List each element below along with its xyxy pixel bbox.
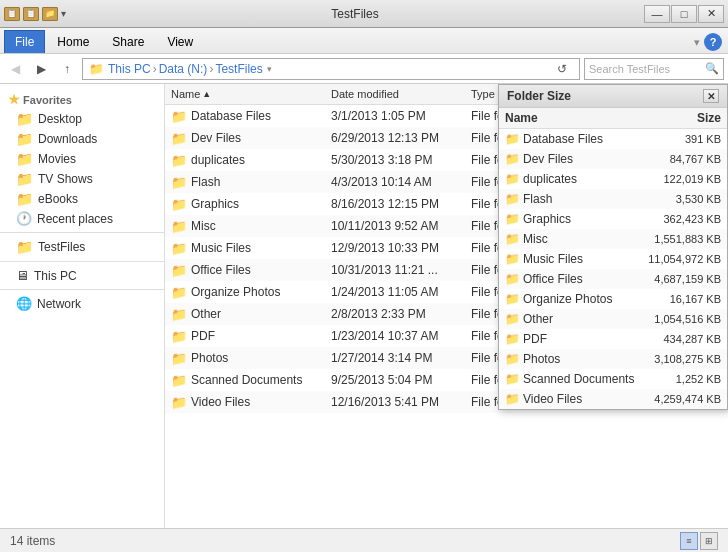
file-name-cell: 📁 Office Files: [165, 262, 325, 279]
minimize-button[interactable]: —: [644, 5, 670, 23]
sidebar-item-downloads[interactable]: 📁 Downloads: [0, 129, 164, 149]
toolbar-icons: 📋 📋 📁 ▾: [4, 7, 66, 21]
quick-access-icon-2[interactable]: 📋: [23, 7, 39, 21]
list-item[interactable]: 📁 Misc 1,551,883 KB: [499, 229, 727, 249]
sidebar-item-desktop[interactable]: 📁 Desktop: [0, 109, 164, 129]
quick-access-icon-1[interactable]: 📋: [4, 7, 20, 21]
popup-folder-name: 📁 PDF: [505, 332, 641, 346]
sidebar-item-thispc[interactable]: 🖥 This PC: [0, 266, 164, 285]
tab-file[interactable]: File: [4, 30, 45, 53]
window-title: TestFiles: [66, 7, 644, 21]
list-item[interactable]: 📁 Video Files 4,259,474 KB: [499, 389, 727, 409]
popup-folder-name: 📁 Office Files: [505, 272, 641, 286]
col-header-date[interactable]: Date modified: [325, 86, 465, 102]
movies-folder-icon: 📁: [16, 151, 33, 167]
title-bar-left: 📋 📋 📁 ▾: [4, 7, 66, 21]
list-item[interactable]: 📁 Database Files 391 KB: [499, 129, 727, 149]
back-button[interactable]: ◀: [4, 58, 26, 80]
popup-folder-size: 4,687,159 KB: [641, 273, 721, 285]
file-date-cell: 12/16/2013 5:41 PM: [325, 394, 465, 410]
sidebar-item-recent[interactable]: 🕐 Recent places: [0, 209, 164, 228]
close-button[interactable]: ✕: [698, 5, 724, 23]
maximize-button[interactable]: □: [671, 5, 697, 23]
ribbon-collapse-button[interactable]: ▾: [694, 36, 700, 49]
popup-folder-size: 1,054,516 KB: [641, 313, 721, 325]
popup-folder-icon: 📁: [505, 192, 520, 206]
file-name-cell: 📁 duplicates: [165, 152, 325, 169]
list-item[interactable]: 📁 Dev Files 84,767 KB: [499, 149, 727, 169]
address-field[interactable]: 📁 This PC › Data (N:) › TestFiles ▾ ↺: [82, 58, 580, 80]
up-button[interactable]: ↑: [56, 58, 78, 80]
file-date-cell: 4/3/2013 10:14 AM: [325, 174, 465, 190]
popup-close-button[interactable]: ✕: [703, 89, 719, 103]
popup-folder-size: 1,252 KB: [641, 373, 721, 385]
popup-folder-size: 11,054,972 KB: [641, 253, 721, 265]
list-item[interactable]: 📁 Other 1,054,516 KB: [499, 309, 727, 329]
tab-share[interactable]: Share: [101, 30, 155, 53]
list-item[interactable]: 📁 duplicates 122,019 KB: [499, 169, 727, 189]
address-bar: ◀ ▶ ↑ 📁 This PC › Data (N:) › TestFiles …: [0, 54, 728, 84]
quick-access-folder-icon[interactable]: 📁: [42, 7, 58, 21]
file-name-cell: 📁 Video Files: [165, 394, 325, 411]
popup-title-bar: Folder Size ✕: [499, 85, 727, 108]
col-header-name[interactable]: Name ▲: [165, 86, 325, 102]
sidebar-label-ebooks: eBooks: [38, 192, 78, 206]
downloads-folder-icon: 📁: [16, 131, 33, 147]
help-button[interactable]: ?: [704, 33, 722, 51]
title-bar: 📋 📋 📁 ▾ TestFiles — □ ✕: [0, 0, 728, 28]
sidebar-item-network[interactable]: 🌐 Network: [0, 294, 164, 313]
file-name-cell: 📁 Photos: [165, 350, 325, 367]
address-dropdown-icon: ▾: [267, 64, 272, 74]
file-name-cell: 📁 Music Files: [165, 240, 325, 257]
sidebar: ★ Favorites 📁 Desktop 📁 Downloads 📁 Movi…: [0, 84, 165, 528]
file-date-cell: 1/23/2014 10:37 AM: [325, 328, 465, 344]
list-item[interactable]: 📁 Flash 3,530 KB: [499, 189, 727, 209]
file-name: Flash: [191, 175, 220, 189]
list-item[interactable]: 📁 Organize Photos 16,167 KB: [499, 289, 727, 309]
sidebar-label-network: Network: [37, 297, 81, 311]
sidebar-label-thispc: This PC: [34, 269, 77, 283]
popup-folder-name: 📁 Organize Photos: [505, 292, 641, 306]
ebooks-folder-icon: 📁: [16, 191, 33, 207]
file-date-cell: 12/9/2013 10:33 PM: [325, 240, 465, 256]
sidebar-item-testfiles[interactable]: 📁 TestFiles: [0, 237, 164, 257]
address-drive: Data (N:): [159, 62, 208, 76]
popup-folder-size: 122,019 KB: [641, 173, 721, 185]
view-details-button[interactable]: ≡: [680, 532, 698, 550]
popup-folder-icon: 📁: [505, 212, 520, 226]
file-name: Other: [191, 307, 221, 321]
tab-home[interactable]: Home: [46, 30, 100, 53]
popup-folder-name: 📁 Flash: [505, 192, 641, 206]
file-folder-icon: 📁: [171, 197, 187, 212]
popup-folder-size: 4,259,474 KB: [641, 393, 721, 405]
sidebar-label-downloads: Downloads: [38, 132, 97, 146]
file-folder-icon: 📁: [171, 307, 187, 322]
popup-folder-name: 📁 Music Files: [505, 252, 641, 266]
popup-col-size-header: Size: [641, 111, 721, 125]
file-folder-icon: 📁: [171, 153, 187, 168]
file-folder-icon: 📁: [171, 395, 187, 410]
sidebar-item-movies[interactable]: 📁 Movies: [0, 149, 164, 169]
search-box[interactable]: Search TestFiles 🔍: [584, 58, 724, 80]
list-item[interactable]: 📁 Music Files 11,054,972 KB: [499, 249, 727, 269]
list-item[interactable]: 📁 Graphics 362,423 KB: [499, 209, 727, 229]
list-item[interactable]: 📁 PDF 434,287 KB: [499, 329, 727, 349]
forward-button[interactable]: ▶: [30, 58, 52, 80]
popup-folder-size: 362,423 KB: [641, 213, 721, 225]
file-date-cell: 10/11/2013 9:52 AM: [325, 218, 465, 234]
sidebar-item-ebooks[interactable]: 📁 eBooks: [0, 189, 164, 209]
tab-view[interactable]: View: [156, 30, 204, 53]
network-icon: 🌐: [16, 296, 32, 311]
view-tiles-button[interactable]: ⊞: [700, 532, 718, 550]
list-item[interactable]: 📁 Scanned Documents 1,252 KB: [499, 369, 727, 389]
file-name: Dev Files: [191, 131, 241, 145]
window-controls: — □ ✕: [644, 5, 724, 23]
file-name: Music Files: [191, 241, 251, 255]
sidebar-item-tvshows[interactable]: 📁 TV Shows: [0, 169, 164, 189]
refresh-button[interactable]: ↺: [551, 58, 573, 80]
file-name: Misc: [191, 219, 216, 233]
list-item[interactable]: 📁 Photos 3,108,275 KB: [499, 349, 727, 369]
popup-header: Name Size: [499, 108, 727, 129]
list-item[interactable]: 📁 Office Files 4,687,159 KB: [499, 269, 727, 289]
popup-folder-size: 434,287 KB: [641, 333, 721, 345]
